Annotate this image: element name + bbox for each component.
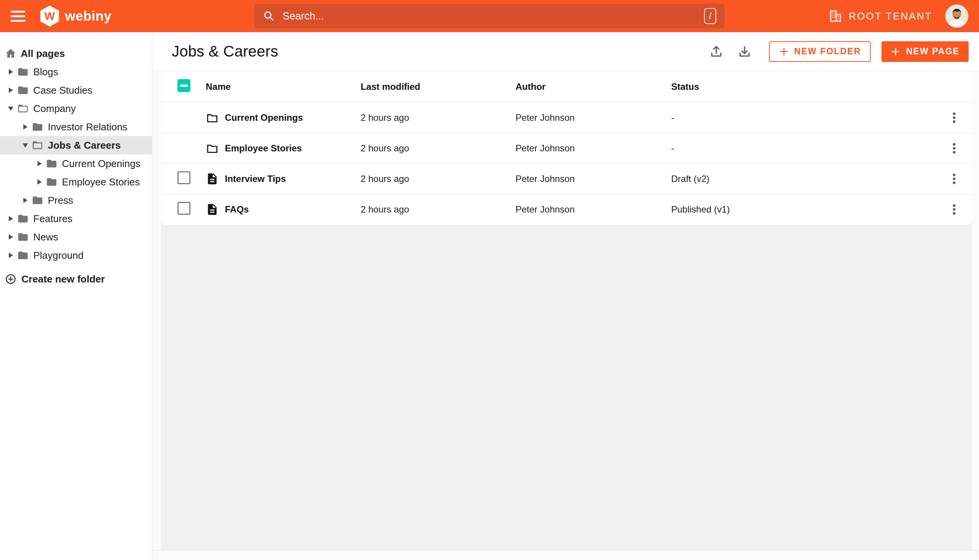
tenant-label: ROOT TENANT bbox=[849, 10, 932, 22]
chevron-right-icon[interactable] bbox=[8, 87, 14, 93]
plus-icon bbox=[891, 47, 901, 57]
folder-icon bbox=[17, 231, 29, 243]
sidebar-item-playground[interactable]: Playground bbox=[0, 246, 152, 265]
chevron-right-icon[interactable] bbox=[36, 160, 42, 167]
menu-icon[interactable] bbox=[11, 11, 25, 22]
table-row[interactable]: Interview Tips 2 hours ago Peter Johnson… bbox=[161, 163, 972, 194]
sidebar-item-blogs[interactable]: Blogs bbox=[0, 63, 152, 81]
sidebar-item-investor-relations[interactable]: Investor Relations bbox=[0, 118, 152, 136]
row-status: - bbox=[671, 112, 937, 123]
sidebar-item-jobs-careers[interactable]: Jobs & Careers bbox=[0, 136, 152, 155]
table-row[interactable]: Current Openings 2 hours ago Peter Johns… bbox=[161, 102, 972, 133]
folder-outline-icon bbox=[206, 142, 219, 155]
kebab-icon bbox=[947, 202, 961, 217]
folder-icon bbox=[32, 195, 43, 206]
row-menu-button[interactable] bbox=[946, 109, 963, 127]
user-avatar[interactable] bbox=[946, 5, 968, 28]
row-name[interactable]: Current Openings bbox=[225, 112, 303, 123]
row-modified: 2 hours ago bbox=[360, 173, 515, 184]
chevron-right-icon[interactable] bbox=[8, 252, 14, 258]
folder-icon bbox=[32, 121, 43, 133]
sidebar-item-all-pages[interactable]: All pages bbox=[0, 44, 152, 63]
content-header: Jobs & Careers NEW FOLDER bbox=[153, 32, 979, 71]
page-document-icon bbox=[206, 172, 219, 185]
upload-icon bbox=[709, 44, 724, 59]
chevron-down-icon[interactable] bbox=[22, 142, 28, 148]
sidebar-item-news[interactable]: News bbox=[0, 228, 152, 246]
new-page-button[interactable]: NEW PAGE bbox=[881, 41, 969, 62]
sidebar-item-current-openings[interactable]: Current Openings bbox=[0, 155, 152, 173]
sidebar-item-features[interactable]: Features bbox=[0, 210, 152, 228]
bottom-bar bbox=[153, 550, 979, 560]
table-row[interactable]: Employee Stories 2 hours ago Peter Johns… bbox=[161, 133, 972, 163]
row-menu-button[interactable] bbox=[946, 140, 963, 157]
row-status: Published (v1) bbox=[671, 204, 937, 215]
circle-plus-icon bbox=[5, 273, 17, 285]
sidebar-item-press[interactable]: Press bbox=[0, 191, 152, 210]
row-name[interactable]: Employee Stories bbox=[225, 143, 302, 154]
column-header-name[interactable]: Name bbox=[206, 82, 360, 92]
row-status: - bbox=[671, 143, 937, 154]
search-icon bbox=[263, 10, 275, 22]
folder-icon bbox=[46, 176, 57, 188]
row-menu-button[interactable] bbox=[946, 170, 963, 188]
global-search[interactable]: / bbox=[254, 4, 725, 28]
chevron-right-icon[interactable] bbox=[8, 69, 14, 75]
search-input[interactable] bbox=[282, 10, 704, 23]
chevron-down-icon[interactable] bbox=[8, 105, 14, 112]
row-checkbox[interactable] bbox=[177, 171, 190, 184]
kebab-icon bbox=[947, 141, 961, 155]
tenant-selector[interactable]: ROOT TENANT bbox=[828, 9, 932, 23]
table-row[interactable]: FAQs 2 hours ago Peter Johnson Published… bbox=[161, 194, 972, 225]
sidebar-item-case-studies[interactable]: Case Studies bbox=[0, 81, 152, 99]
pages-table: Name Last modified Author Status Current… bbox=[161, 71, 972, 225]
folder-tree-sidebar: All pages Blogs Case Studies Company Inv… bbox=[0, 32, 152, 560]
row-author: Peter Johnson bbox=[515, 112, 671, 123]
chevron-right-icon[interactable] bbox=[36, 179, 42, 185]
row-author: Peter Johnson bbox=[515, 173, 671, 184]
webiny-logo[interactable]: W webiny bbox=[39, 5, 112, 27]
main-content: Jobs & Careers NEW FOLDER bbox=[153, 32, 979, 560]
row-modified: 2 hours ago bbox=[360, 143, 515, 154]
column-header-status[interactable]: Status bbox=[671, 82, 937, 92]
row-name[interactable]: FAQs bbox=[225, 204, 249, 215]
folder-icon bbox=[17, 85, 29, 96]
sidebar-item-company[interactable]: Company bbox=[0, 99, 152, 118]
folder-icon bbox=[46, 158, 57, 169]
kebab-icon bbox=[947, 110, 961, 125]
folder-open-icon bbox=[32, 140, 43, 151]
sidebar-item-employee-stories[interactable]: Employee Stories bbox=[0, 173, 152, 191]
row-author: Peter Johnson bbox=[515, 204, 671, 215]
chevron-right-icon[interactable] bbox=[22, 124, 28, 130]
select-all-checkbox[interactable] bbox=[177, 79, 190, 92]
download-icon bbox=[737, 44, 752, 59]
row-name[interactable]: Interview Tips bbox=[225, 173, 286, 184]
export-pages-button[interactable] bbox=[736, 42, 754, 61]
building-icon bbox=[828, 9, 843, 23]
chevron-right-icon[interactable] bbox=[8, 234, 14, 240]
table-header-row: Name Last modified Author Status bbox=[161, 71, 972, 102]
page-document-icon bbox=[206, 203, 219, 216]
import-pages-button[interactable] bbox=[707, 42, 725, 61]
folder-outline-icon bbox=[206, 111, 219, 124]
create-new-folder-button[interactable]: Create new folder bbox=[0, 270, 152, 288]
new-folder-button[interactable]: NEW FOLDER bbox=[769, 41, 871, 62]
folder-open-icon bbox=[17, 103, 29, 114]
row-author: Peter Johnson bbox=[515, 143, 671, 154]
svg-text:W: W bbox=[44, 10, 55, 22]
row-modified: 2 hours ago bbox=[360, 204, 515, 215]
chevron-right-icon[interactable] bbox=[22, 197, 28, 203]
page-title: Jobs & Careers bbox=[172, 43, 278, 60]
row-checkbox[interactable] bbox=[177, 202, 190, 215]
column-header-author[interactable]: Author bbox=[515, 82, 671, 92]
folder-icon bbox=[17, 213, 29, 224]
logo-wordmark: webiny bbox=[65, 8, 112, 24]
row-menu-button[interactable] bbox=[946, 201, 963, 218]
row-modified: 2 hours ago bbox=[360, 112, 515, 123]
chevron-right-icon[interactable] bbox=[8, 216, 14, 222]
kebab-icon bbox=[947, 172, 961, 186]
keyboard-shortcut-badge: / bbox=[704, 8, 716, 24]
top-bar: W webiny / ROOT TENANT bbox=[0, 0, 979, 32]
column-header-last-modified[interactable]: Last modified bbox=[360, 82, 515, 92]
plus-icon bbox=[779, 47, 789, 57]
